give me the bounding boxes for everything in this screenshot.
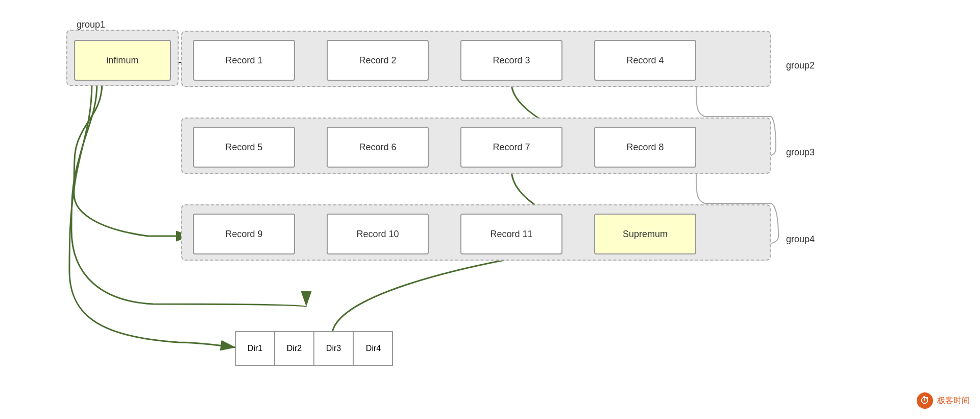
record10-box: Record 10 [327,214,429,254]
supremum-label: Supremum [623,229,668,240]
infimum-label: infimum [106,55,138,66]
record6-label: Record 6 [359,142,396,153]
supremum-box: Supremum [594,214,696,254]
record10-label: Record 10 [356,229,399,240]
dir2-label: Dir2 [287,344,302,353]
watermark: ⏱ 极客时间 [917,392,970,409]
record1-label: Record 1 [225,55,262,66]
group3-label: group3 [786,147,815,158]
dir3-box: Dir3 [314,332,354,365]
record9-box: Record 9 [193,214,295,254]
record1-box: Record 1 [193,40,295,81]
record2-label: Record 2 [359,55,396,66]
infimum-box: infimum [74,40,171,81]
record3-label: Record 3 [493,55,530,66]
record2-box: Record 2 [327,40,429,81]
record11-label: Record 11 [490,229,532,240]
group1-label: group1 [77,19,105,30]
dir2-box: Dir2 [275,332,314,365]
record4-label: Record 4 [626,55,664,66]
dir1-label: Dir1 [248,344,262,353]
record6-box: Record 6 [327,127,429,168]
dir4-box: Dir4 [354,332,393,365]
record8-box: Record 8 [594,127,696,168]
record7-label: Record 7 [493,142,530,153]
group2-label: group2 [786,60,815,71]
record8-label: Record 8 [626,142,664,153]
record9-label: Record 9 [225,229,262,240]
diagram: group1 group2 group3 group4 infimum Reco… [0,0,980,419]
record5-box: Record 5 [193,127,295,168]
record11-box: Record 11 [460,214,562,254]
record5-label: Record 5 [225,142,262,153]
watermark-text: 极客时间 [937,395,970,406]
dir4-label: Dir4 [366,344,381,353]
dir1-box: Dir1 [236,332,275,365]
group4-label: group4 [786,234,815,245]
record4-box: Record 4 [594,40,696,81]
dir-container: Dir1 Dir2 Dir3 Dir4 [235,331,393,366]
record3-box: Record 3 [460,40,562,81]
record7-box: Record 7 [460,127,562,168]
dir3-label: Dir3 [326,344,341,353]
watermark-icon: ⏱ [917,392,933,409]
